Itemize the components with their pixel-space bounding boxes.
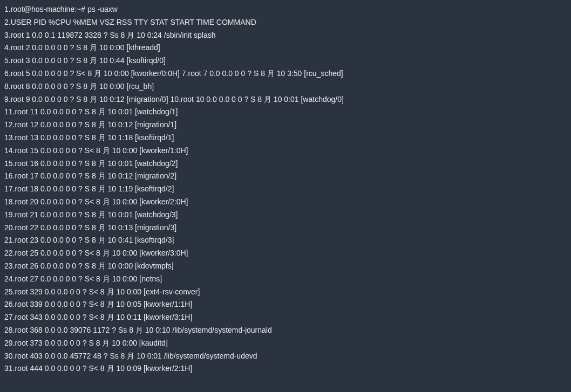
terminal-line: 18.root 20 0.0 0.0 0 0 ? S< 8 月 10 0:00 … (4, 196, 567, 209)
terminal-line: 16.root 17 0.0 0.0 0 0 ? S 8 月 10 0:12 [… (4, 170, 567, 183)
terminal-line: 4.root 2 0.0 0.0 0 0 ? S 8 月 10 0:00 [kt… (4, 42, 567, 54)
terminal-line: 22.root 25 0.0 0.0 0 0 ? S< 8 月 10 0:00 … (4, 247, 567, 260)
terminal-line: 2.USER PID %CPU %MEM VSZ RSS TTY STAT ST… (4, 16, 567, 29)
terminal-line: 6.root 5 0.0 0.0 0 0 ? S< 8 月 10 0:00 [k… (4, 67, 567, 80)
terminal-line: 13.root 13 0.0 0.0 0 0 ? S 8 月 10 1:18 [… (4, 132, 567, 145)
terminal-line: 25.root 329 0.0 0.0 0 0 ? S< 8 月 10 0:00… (4, 286, 567, 299)
terminal-line: 12.root 12 0.0 0.0 0 0 ? S 8 月 10 0:12 [… (4, 119, 567, 132)
terminal-line: 21.root 23 0.0 0.0 0 0 ? S 8 月 10 0:41 [… (4, 234, 567, 247)
terminal-line: 28.root 368 0.0 0.0 39076 1172 ? Ss 8 月 … (4, 324, 567, 337)
terminal-line: 3.root 1 0.0 0.1 119872 3328 ? Ss 8 月 10… (4, 29, 567, 42)
terminal-line: 1.root@hos-machine:~# ps -uaxw (4, 3, 567, 16)
terminal-line: 26.root 339 0.0 0.0 0 0 ? S< 8 月 10 0:05… (4, 298, 567, 311)
terminal-line: 9.root 9 0.0 0.0 0 0 ? S 8 月 10 0:12 [mi… (4, 93, 567, 106)
terminal-line: 11.root 11 0.0 0.0 0 0 ? S 8 月 10 0:01 [… (4, 106, 567, 119)
terminal-output: 1.root@hos-machine:~# ps -uaxw 2.USER PI… (4, 3, 567, 375)
terminal-line: 8.root 8 0.0 0.0 0 0 ? S 8 月 10 0:00 [rc… (4, 80, 567, 93)
terminal-line: 19.root 21 0.0 0.0 0 0 ? S 8 月 10 0:01 [… (4, 209, 567, 222)
terminal-line: 14.root 15 0.0 0.0 0 0 ? S< 8 月 10 0:00 … (4, 145, 567, 157)
terminal-line: 5.root 3 0.0 0.0 0 0 ? S 8 月 10 0:44 [ks… (4, 54, 567, 67)
terminal-line: 29.root 373 0.0 0.0 0 0 ? S 8 月 10 0:00 … (4, 337, 567, 350)
terminal-line: 24.root 27 0.0 0.0 0 0 ? S< 8 月 10 0:00 … (4, 273, 567, 286)
terminal-line: 27.root 343 0.0 0.0 0 0 ? S< 8 月 10 0:11… (4, 311, 567, 324)
terminal-line: 17.root 18 0.0 0.0 0 0 ? S 8 月 10 1:19 [… (4, 183, 567, 196)
terminal-line: 31.root 444 0.0 0.0 0 0 ? S< 8 月 10 0:09… (4, 362, 567, 375)
terminal-line: 30.root 403 0.0 0.0 45772 48 ? Ss 8 月 10… (4, 350, 567, 363)
terminal-line: 23.root 26 0.0 0.0 0 0 ? S 8 月 10 0:00 [… (4, 260, 567, 273)
terminal-line: 15.root 16 0.0 0.0 0 0 ? S 8 月 10 0:01 [… (4, 157, 567, 170)
terminal-line: 20.root 22 0.0 0.0 0 0 ? S 8 月 10 0:13 [… (4, 222, 567, 235)
